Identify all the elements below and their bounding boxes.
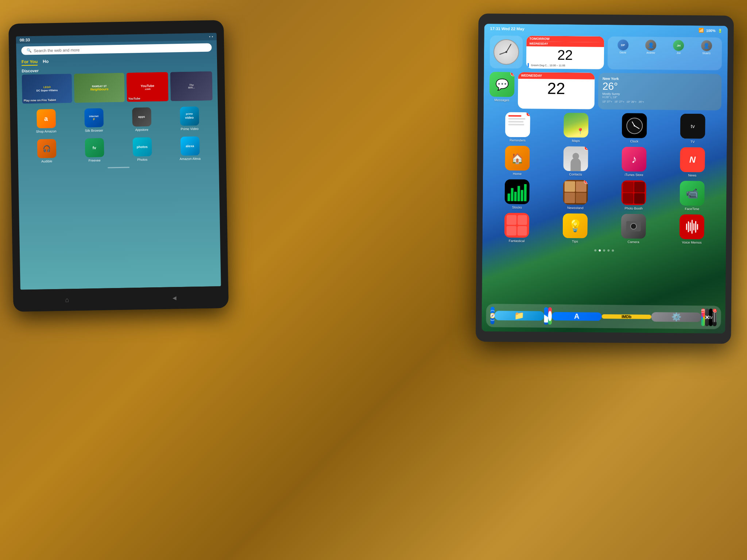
app-messages[interactable]: 💬 1 Messages: [489, 72, 515, 102]
dock-appstore[interactable]: A: [552, 312, 602, 320]
vm-bar-1: [686, 223, 687, 230]
remote-lines: [713, 311, 717, 324]
weather-forecast-1: 13° 27°+: [602, 100, 612, 103]
fire-app-silk[interactable]: internet ⚡ Silk Browser: [72, 108, 115, 133]
fire-app-audible[interactable]: 🎧 Audible: [25, 139, 68, 163]
app-icon-maps: 📍: [564, 113, 589, 138]
fire-home-icon[interactable]: ⌂: [65, 296, 69, 304]
dock-mail[interactable]: [544, 307, 548, 325]
fire-app-appstore[interactable]: apps Appstore: [120, 107, 163, 132]
fire-search-bar[interactable]: 🔍 Search the web and more: [21, 43, 212, 55]
fire-tab-foryou[interactable]: For You: [22, 58, 38, 66]
widget-contacts[interactable]: DP David 👤 Andrew JH Joe: [607, 36, 722, 70]
fire-app-primevideo[interactable]: prime video Prime Video: [168, 106, 211, 131]
news-inner: N: [680, 147, 705, 172]
cal-large-num: 22: [518, 79, 595, 98]
fire-content-rita[interactable]: TheMAI...: [170, 71, 213, 101]
fire-app-icon-appstore: apps: [132, 107, 151, 127]
app-facetime[interactable]: 📹 FaceTime: [665, 180, 719, 211]
calendar-day-num: 22: [526, 46, 604, 63]
fire-thumb-neighbours: RAMSAY ST Neighbours: [74, 73, 125, 103]
dock-photos2-badge: 1955: [701, 308, 705, 312]
app-appletv[interactable]: tv TV: [666, 113, 720, 144]
fire-app-icon-amazon: a: [36, 109, 56, 128]
fan-cell-1: [507, 215, 516, 225]
dock-settings[interactable]: ⚙️: [651, 312, 701, 322]
contacts-inner: [563, 146, 588, 171]
app-contacts[interactable]: 1 Contacts: [549, 146, 603, 176]
app-icon-tips: 💡: [563, 213, 588, 238]
app-stocks[interactable]: Stocks: [490, 179, 544, 209]
app-photobooth[interactable]: Photo Booth: [607, 180, 661, 210]
photos-flower: [548, 311, 552, 321]
fire-content-youtube[interactable]: YouTube .com YouTube: [126, 72, 169, 102]
dock-photos[interactable]: [548, 307, 552, 325]
fire-content-neighbours[interactable]: RAMSAY ST Neighbours: [74, 73, 125, 103]
ns-cell-1: [565, 181, 575, 192]
contact-joe: JH Joe: [673, 40, 684, 54]
app-maps[interactable]: 📍 Maps: [549, 113, 603, 143]
ipad-battery-icon: 🔋: [718, 28, 722, 32]
page-dot-3[interactable]: [603, 249, 605, 252]
page-dot-2[interactable]: [599, 249, 601, 252]
stocks-bar-4: [517, 186, 520, 201]
fire-apps-row2: 🎧 Audible fv Freevee photos Photos alexa: [18, 133, 219, 167]
app-icon-contacts: 1: [563, 146, 588, 171]
app-tips[interactable]: 💡 Tips: [548, 213, 602, 244]
mail-inner: [544, 307, 548, 325]
page-dot-5[interactable]: [612, 249, 614, 252]
dock-imdb[interactable]: IMDb: [601, 314, 651, 319]
dock-airdrop[interactable]: ✕: [705, 308, 709, 326]
app-label-camera: Camera: [627, 240, 639, 244]
contacts-figure: [570, 158, 581, 171]
widget-calendar[interactable]: TOMORROW WEDNESDAY 22 Groom Dog C... 10:…: [526, 36, 604, 69]
app-label-maps: Maps: [572, 139, 580, 143]
app-icon-itunes: ♪: [622, 147, 647, 172]
appletv2-label: tv: [709, 315, 712, 320]
weather-forecast-3: 10° 26°+: [627, 101, 636, 103]
reminders-badge: 1: [526, 112, 530, 117]
fire-app-label-primevideo: Prime Video: [181, 127, 198, 131]
dock-remote[interactable]: 2: [713, 309, 717, 326]
vm-bar-4: [691, 220, 692, 234]
widget-weather[interactable]: New York 26° Mostly Sunny H:28° L:18° 13…: [598, 73, 721, 110]
mini-clock-face: [626, 117, 643, 134]
fire-tab-home[interactable]: Ho: [43, 58, 49, 65]
contact-name-david: David: [620, 51, 626, 54]
pb-cell-2: [634, 182, 645, 192]
widget-clock[interactable]: [490, 35, 523, 69]
page-dot-4[interactable]: [607, 249, 609, 252]
fire-thumb-rita: TheMAI...: [170, 71, 213, 101]
app-home[interactable]: 🏠 Home: [490, 145, 545, 176]
app-reminders[interactable]: 1 Reminders: [491, 112, 545, 142]
ipad-time-date: 17:31 Wed 22 May: [490, 26, 525, 31]
fire-app-alexa[interactable]: alexa Amazon Alexa: [169, 136, 212, 161]
app-itunes[interactable]: ♪ iTunes Store: [607, 147, 661, 177]
page-dot-1[interactable]: [594, 249, 596, 252]
app-newsstand[interactable]: 2 Newsstand: [548, 180, 603, 210]
app-clock[interactable]: Clock: [607, 113, 662, 143]
app-icon-camera: [621, 214, 646, 239]
contact-avatar-andrew: 👤: [645, 40, 656, 51]
dock-files[interactable]: 📁: [494, 311, 544, 320]
dock-photos2[interactable]: 1955: [701, 308, 705, 326]
dock-safari[interactable]: 🧭: [491, 307, 495, 324]
app-camera[interactable]: Camera: [606, 214, 661, 244]
fire-content-lego[interactable]: LEGO DC Super-Villains Play now on Fire …: [22, 74, 73, 104]
app-voicememos[interactable]: Voice Memos: [665, 214, 719, 244]
fire-app-photos[interactable]: photos Photos: [121, 137, 164, 162]
fire-app-amazon[interactable]: a Shop Amazon: [24, 109, 67, 133]
news-letter: N: [689, 155, 696, 165]
app-icon-photobooth: [621, 180, 646, 205]
clock-center: [505, 51, 507, 53]
fire-back-icon[interactable]: ◀: [173, 295, 177, 301]
widget-calendar-large[interactable]: WEDNESDAY 22: [518, 72, 595, 109]
app-news[interactable]: N News: [665, 147, 720, 177]
newsstand-grid: [563, 180, 588, 205]
fire-app-freevee[interactable]: fv Freevee: [73, 138, 116, 163]
dock-appletv2[interactable]: tv: [709, 309, 713, 326]
ipad-status-right: 📶 100% 🔋: [698, 28, 722, 33]
app-fantastical[interactable]: Fantastical: [489, 213, 544, 243]
reminders-inner: [505, 112, 530, 137]
app-label-voicememos: Voice Memos: [682, 241, 701, 244]
